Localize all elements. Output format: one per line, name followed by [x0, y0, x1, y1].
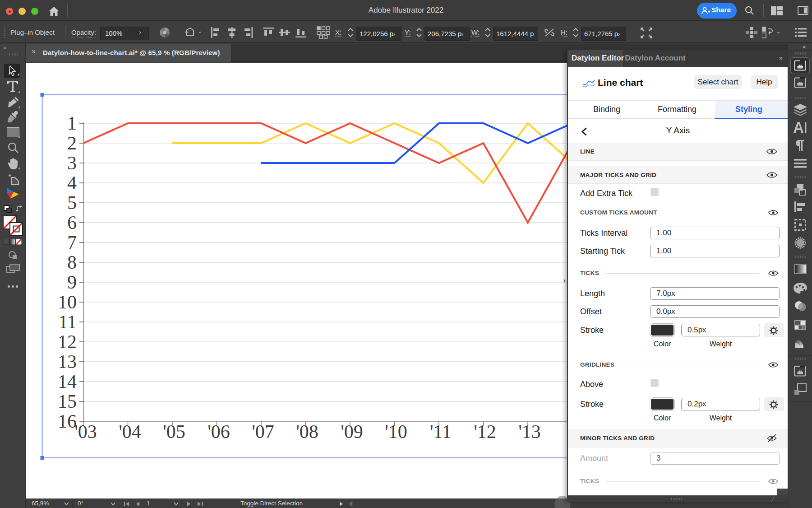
svg-text:'10: '10	[385, 421, 407, 442]
svg-text:4: 4	[67, 172, 77, 193]
svg-text:5: 5	[67, 192, 77, 213]
svg-text:'12: '12	[474, 421, 496, 442]
svg-text:'06: '06	[208, 421, 230, 442]
svg-text:'07: '07	[252, 421, 274, 442]
svg-text:2: 2	[67, 133, 77, 154]
svg-text:11: 11	[59, 312, 77, 332]
svg-text:8: 8	[67, 252, 77, 273]
svg-text:3: 3	[67, 153, 77, 173]
svg-text:6: 6	[67, 212, 77, 233]
svg-text:14: 14	[58, 371, 77, 392]
svg-text:'04: '04	[119, 421, 141, 442]
svg-text:'09: '09	[341, 421, 363, 442]
svg-text:'08: '08	[296, 421, 318, 442]
svg-text:10: 10	[58, 292, 77, 312]
svg-text:'11: '11	[430, 421, 452, 442]
svg-text:16: 16	[58, 411, 77, 432]
svg-text:13: 13	[58, 351, 77, 372]
svg-text:12: 12	[58, 331, 77, 352]
svg-text:'05: '05	[163, 421, 185, 442]
svg-text:9: 9	[67, 272, 77, 293]
svg-text:1: 1	[67, 113, 77, 134]
svg-text:15: 15	[58, 391, 77, 412]
svg-text:'13: '13	[518, 421, 541, 442]
svg-text:'03: '03	[74, 421, 97, 442]
svg-text:7: 7	[67, 232, 77, 253]
